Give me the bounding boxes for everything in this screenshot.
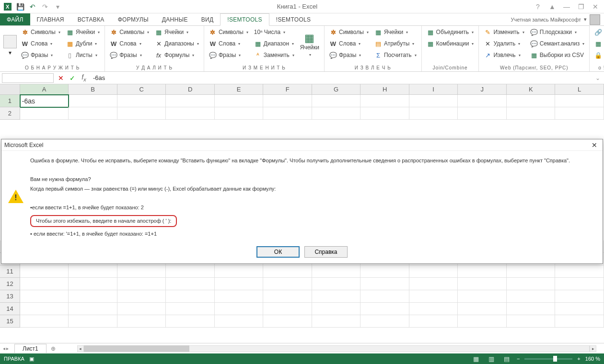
cell[interactable]	[263, 278, 312, 290]
col-header-l[interactable]: L	[555, 84, 604, 94]
col-header-b[interactable]: B	[69, 84, 117, 94]
sheets-button[interactable]: ▯Листы▾	[64, 50, 102, 60]
dialog-close-button[interactable]: ✕	[589, 141, 600, 149]
row-header[interactable]: 11	[0, 265, 20, 278]
cell[interactable]	[263, 107, 312, 120]
add-sheet-button[interactable]: ⊕	[48, 345, 58, 352]
phrases-button[interactable]: 💬Фразы▾	[108, 50, 151, 60]
scroll-thumb[interactable]	[84, 345, 189, 352]
cell[interactable]	[263, 95, 312, 107]
cell[interactable]: -6as	[20, 95, 69, 107]
cell[interactable]	[360, 290, 409, 303]
formulas-button[interactable]: fxФормулы▾	[153, 50, 201, 60]
cell[interactable]	[69, 278, 117, 290]
cell[interactable]	[263, 315, 312, 328]
cell[interactable]	[312, 278, 361, 290]
fx-button[interactable]: fx	[79, 73, 89, 83]
semantic-button[interactable]: 💬Семант.анализ▾	[528, 38, 587, 49]
cell[interactable]	[166, 265, 215, 278]
cell[interactable]	[117, 290, 166, 303]
duplicates-button[interactable]: ▦Дубли▾	[64, 38, 102, 49]
col-header-j[interactable]: J	[458, 84, 507, 94]
select-all-corner[interactable]	[0, 84, 20, 94]
col-header-f[interactable]: F	[263, 84, 312, 94]
confirm-edit-button[interactable]: ✓	[67, 73, 78, 83]
cell[interactable]	[458, 315, 507, 328]
cell[interactable]	[507, 107, 556, 120]
cell[interactable]	[215, 95, 264, 107]
cell[interactable]	[312, 265, 361, 278]
symbols-button[interactable]: ✲Символы▾	[207, 27, 250, 37]
cell[interactable]	[360, 303, 409, 315]
cell[interactable]	[215, 303, 264, 315]
count-button[interactable]: ΣПосчитать▾	[372, 50, 418, 60]
symbols-button[interactable]: ✲Символы▾	[108, 27, 151, 37]
cell[interactable]	[555, 107, 604, 120]
cell[interactable]	[409, 278, 458, 290]
cell[interactable]	[117, 265, 166, 278]
cell[interactable]	[69, 265, 117, 278]
cells-big-button[interactable]: ▦Ячейки▾	[298, 34, 321, 57]
close-button[interactable]: ✕	[589, 1, 602, 12]
cell[interactable]	[263, 290, 312, 303]
phrases-button[interactable]: 💬Фразы▾	[327, 50, 371, 60]
ribbon-collapse-button[interactable]: ▲	[546, 1, 559, 12]
cell[interactable]	[20, 107, 69, 120]
row-header[interactable]: 13	[0, 290, 20, 303]
cell[interactable]	[69, 107, 117, 120]
help-button[interactable]: Справка	[304, 246, 348, 258]
cell[interactable]	[409, 303, 458, 315]
account-link[interactable]: Учетная запись Майкрософт ▾	[507, 13, 604, 25]
col-header-a[interactable]: A	[20, 84, 69, 94]
cell[interactable]	[507, 265, 556, 278]
cell[interactable]	[458, 265, 507, 278]
cell[interactable]	[20, 290, 69, 303]
cell[interactable]	[360, 95, 409, 107]
cell[interactable]	[458, 290, 507, 303]
cell[interactable]	[312, 95, 361, 107]
cell[interactable]	[312, 107, 361, 120]
cell[interactable]	[507, 290, 556, 303]
col-header-k[interactable]: K	[507, 84, 556, 94]
cell[interactable]	[69, 315, 117, 328]
cell[interactable]	[458, 303, 507, 315]
csv-button[interactable]: ▦Выборки из CSV	[528, 50, 587, 60]
macro-record-icon[interactable]: ▣	[29, 356, 34, 362]
tab-semtools-1[interactable]: !SEMTools	[220, 13, 269, 26]
delete-button[interactable]: ✕Удалить▾	[482, 38, 526, 49]
phrases-button[interactable]: 💬Фразы▾	[19, 50, 62, 60]
words-button[interactable]: WСлова▾	[207, 38, 250, 49]
cell[interactable]	[117, 107, 166, 120]
tab-insert[interactable]: ВСТАВКА	[71, 13, 111, 25]
cell[interactable]	[20, 265, 69, 278]
cell[interactable]	[360, 315, 409, 328]
links-button[interactable]: 🔗Ссылки▾	[592, 27, 604, 37]
save-button[interactable]: 💾	[14, 1, 26, 12]
words-button[interactable]: WСлова▾	[327, 38, 371, 49]
hints-button[interactable]: 💬П.подсказки▾	[528, 27, 587, 37]
cells-button[interactable]: ▦Ячейки▾	[64, 27, 102, 37]
tab-view[interactable]: ВИД	[195, 13, 221, 25]
phrases-button[interactable]: 💬Фразы▾	[207, 50, 250, 60]
words-button[interactable]: WСлова▾	[108, 38, 151, 49]
cell[interactable]	[555, 95, 604, 107]
cell[interactable]	[166, 278, 215, 290]
view-normal-button[interactable]: ▦	[471, 355, 481, 363]
zoom-thumb[interactable]	[553, 356, 557, 362]
row-header[interactable]: 14	[0, 303, 20, 315]
cell[interactable]	[166, 95, 215, 107]
cell[interactable]	[69, 303, 117, 315]
view-page-break-button[interactable]: ▤	[501, 355, 512, 363]
undo-button[interactable]: ↶	[27, 1, 38, 12]
view-page-layout-button[interactable]: ▥	[486, 355, 497, 363]
ok-button[interactable]: ОК	[256, 246, 300, 258]
zoom-slider[interactable]	[524, 358, 572, 360]
cell[interactable]	[69, 290, 117, 303]
cell[interactable]	[507, 278, 556, 290]
cell[interactable]	[117, 315, 166, 328]
attributes-button[interactable]: ▤Атрибуты▾	[372, 38, 418, 49]
col-header-g[interactable]: G	[312, 84, 361, 94]
words-button[interactable]: WСлова▾	[19, 38, 62, 49]
cell[interactable]	[409, 315, 458, 328]
cell[interactable]	[555, 278, 604, 290]
